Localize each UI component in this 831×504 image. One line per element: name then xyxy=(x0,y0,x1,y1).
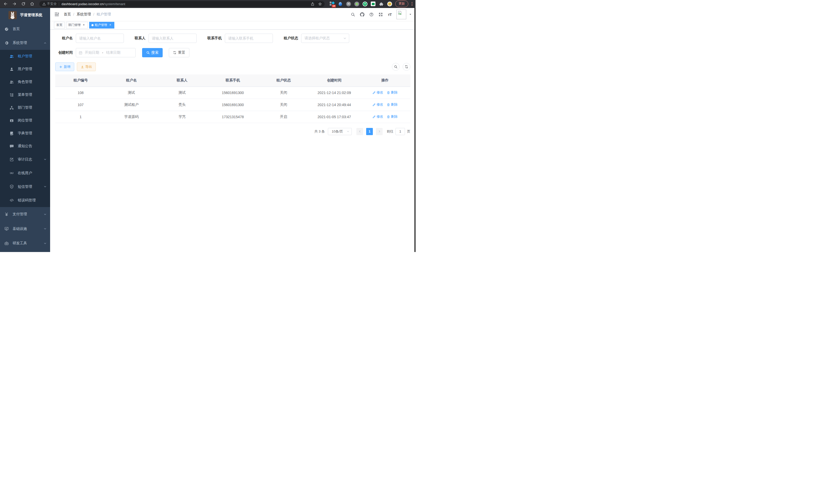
cell-mobile: 15601691300 xyxy=(207,87,258,99)
menu-tree-icon xyxy=(9,93,14,97)
extension-chat-icon[interactable] xyxy=(371,2,376,6)
sidebar-item-notice-announcement[interactable]: 通知公告 xyxy=(0,140,50,153)
export-button[interactable]: 导出 xyxy=(77,62,96,71)
browser-toolbar: 不安全 dashboard.yudao.iocoder.cn/system/te… xyxy=(0,0,416,8)
page-size-select[interactable]: 10条/页 xyxy=(328,128,352,135)
sidebar-toggle-icon[interactable] xyxy=(54,12,59,17)
cell-created-time: 2021-01-05 17:03:47 xyxy=(309,111,360,123)
sidebar-item-system-management[interactable]: 系统管理 xyxy=(0,36,50,50)
create-time-label: 创建时间 xyxy=(55,50,73,55)
delete-link[interactable]: 删除 xyxy=(387,90,398,95)
show-search-toggle-button[interactable] xyxy=(392,63,400,71)
close-tab-icon[interactable]: × xyxy=(82,23,86,27)
column-header: 租户编号 xyxy=(55,75,106,87)
breadcrumb-separator: / xyxy=(93,12,94,17)
omnibox-divider xyxy=(59,2,59,6)
breadcrumb-item[interactable]: 系统管理 xyxy=(77,12,91,17)
sidebar-item-sms-management[interactable]: 短信管理 xyxy=(0,180,50,194)
create-time-range-picker[interactable]: 开始日期 - 结束日期 xyxy=(76,48,136,57)
sidebar-item-dict-management[interactable]: 字典管理 xyxy=(0,127,50,140)
extensions-puzzle-icon[interactable] xyxy=(379,2,384,6)
sidebar-item-role-management[interactable]: 角色管理 xyxy=(0,76,50,88)
tags-view-bar: 首页部门管理×租户管理× xyxy=(50,21,416,30)
edit-link[interactable]: 修改 xyxy=(372,114,383,119)
app-logo[interactable]: 芋道管理系统 xyxy=(0,8,50,22)
cell-operations: 修改删除 xyxy=(360,111,410,123)
extension-command-icon[interactable]: ⌘ xyxy=(346,2,351,6)
breadcrumb: 首页/系统管理/租户管理 xyxy=(64,12,111,17)
browser-reload-icon[interactable] xyxy=(20,1,26,7)
share-icon[interactable] xyxy=(311,2,315,6)
sidebar-item-tenant-management[interactable]: 租户管理 xyxy=(0,50,50,63)
header-search-icon[interactable] xyxy=(351,12,355,17)
sidebar-item-post-management[interactable]: 岗位管理 xyxy=(0,114,50,127)
help-icon[interactable] xyxy=(369,12,374,17)
browser-forward-icon[interactable] xyxy=(11,1,18,7)
browser-back-icon[interactable] xyxy=(3,1,9,7)
breadcrumb-item: 租户管理 xyxy=(96,12,111,17)
mobile-label: 联系手机 xyxy=(207,36,222,40)
browser-home-icon[interactable] xyxy=(29,1,35,7)
goto-page-input[interactable] xyxy=(396,128,405,135)
font-size-icon[interactable]: тT xyxy=(388,12,392,17)
sidebar-item-dev-tools[interactable]: 研发工具 xyxy=(0,236,50,250)
refresh-table-button[interactable] xyxy=(403,63,410,71)
sidebar-item-home[interactable]: 首页 xyxy=(0,22,50,36)
extension-recorder-icon[interactable] xyxy=(354,2,359,6)
chevron-left-icon xyxy=(359,130,361,133)
add-button[interactable]: 新增 xyxy=(55,62,74,71)
tab-tenant-management[interactable]: 租户管理× xyxy=(89,22,114,29)
edit-link[interactable]: 修改 xyxy=(372,90,383,95)
extension-y-icon[interactable]: Y xyxy=(363,2,368,6)
sidebar-item-menu-management[interactable]: 菜单管理 xyxy=(0,88,50,101)
delete-link[interactable]: 删除 xyxy=(387,114,398,119)
user-avatar[interactable] xyxy=(397,9,406,19)
tab-home[interactable]: 首页 xyxy=(54,22,65,29)
sidebar-item-payment-management[interactable]: 支付管理 xyxy=(0,207,50,221)
column-header: 租户名 xyxy=(106,75,156,87)
sidebar-item-user-management[interactable]: 用户管理 xyxy=(0,63,50,76)
address-bar[interactable]: 不安全 dashboard.yudao.iocoder.cn/system/te… xyxy=(39,1,324,7)
status-select[interactable]: 请选择租户状态 xyxy=(301,34,349,43)
security-label[interactable]: 不安全 xyxy=(47,2,57,6)
tab-dept-management[interactable]: 部门管理× xyxy=(66,22,88,29)
extension-grid-icon[interactable]: 10 xyxy=(330,2,335,6)
sidebar-item-audit-log[interactable]: 审计日志 xyxy=(0,153,50,166)
extension-balloon-icon[interactable] xyxy=(338,2,343,6)
sidebar-item-dept-management[interactable]: 部门管理 xyxy=(0,101,50,114)
sidebar-item-error-code-management[interactable]: 错误码管理 xyxy=(0,194,50,207)
app-title: 芋道管理系统 xyxy=(20,12,42,18)
tenant-table: 租户编号租户名联系人联系手机租户状态创建时间操作 108测试测试15601691… xyxy=(55,75,410,123)
profile-avatar-icon[interactable] xyxy=(387,2,392,6)
chrome-menu-icon[interactable] xyxy=(411,2,413,6)
sidebar: 芋道管理系统 首页系统管理租户管理用户管理角色管理菜单管理部门管理岗位管理字典管… xyxy=(0,8,50,252)
tenant-users-icon xyxy=(9,54,14,59)
post-badge-icon xyxy=(9,118,14,123)
sidebar-item-online-users[interactable]: 在线用户 xyxy=(0,166,50,180)
trash-icon xyxy=(387,91,390,94)
status-label: 租户状态 xyxy=(284,36,298,40)
close-tab-icon[interactable]: × xyxy=(109,23,112,27)
reset-button[interactable]: 重置 xyxy=(169,48,190,57)
fullscreen-icon[interactable] xyxy=(378,12,383,17)
breadcrumb-item[interactable]: 首页 xyxy=(64,12,71,17)
github-icon[interactable] xyxy=(360,12,364,17)
bookmark-star-icon[interactable] xyxy=(318,2,322,6)
edit-link[interactable]: 修改 xyxy=(372,102,383,107)
sidebar-item-infrastructure[interactable]: 基础设施 xyxy=(0,221,50,236)
next-page-button[interactable] xyxy=(376,128,382,135)
dashboard-icon xyxy=(4,27,9,31)
tenant-name-input[interactable] xyxy=(76,34,124,43)
avatar-caret-down-icon[interactable] xyxy=(409,13,412,16)
mobile-input[interactable] xyxy=(225,34,273,43)
search-button[interactable]: 搜索 xyxy=(142,48,163,57)
delete-link[interactable]: 删除 xyxy=(387,102,398,107)
contact-input[interactable] xyxy=(148,34,197,43)
date-start-placeholder: 开始日期 xyxy=(85,50,99,55)
cell-tenant-name: 测试租户 xyxy=(106,99,156,111)
table-row: 107测试租户秃头15601691300关闭2021-12-14 20:49:4… xyxy=(55,99,410,111)
chrome-update-button[interactable]: 更新 xyxy=(395,1,408,7)
prev-page-button[interactable] xyxy=(356,128,363,135)
page-number-current[interactable]: 1 xyxy=(366,128,373,135)
tenant-name-label: 租户名 xyxy=(55,36,73,40)
